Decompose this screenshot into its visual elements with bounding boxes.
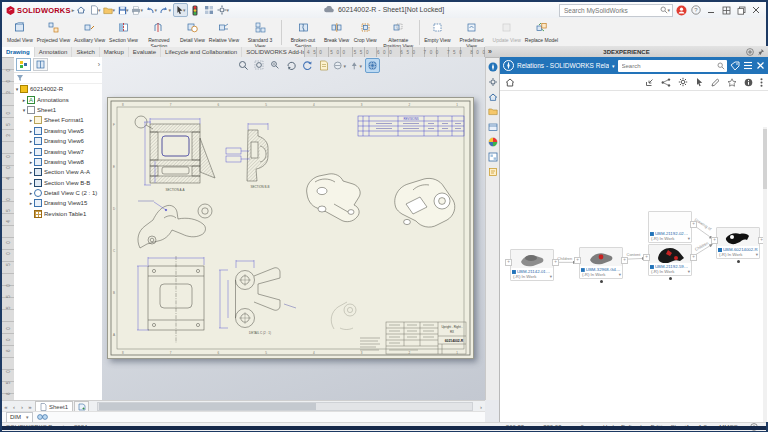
relation-node-5-current[interactable]: ++ UBM-60214002-R (-R) In Work▾ <box>716 227 760 259</box>
view-front[interactable] <box>148 256 204 343</box>
custom-properties-icon[interactable] <box>487 166 498 177</box>
menu-icon[interactable] <box>743 61 753 70</box>
dims-front[interactable] <box>137 257 204 330</box>
help-button[interactable]: ? <box>690 5 702 16</box>
node-port-icon[interactable]: + <box>505 259 512 266</box>
model-view-button[interactable]: Model View <box>5 18 35 47</box>
filter-funnel-icon[interactable] <box>16 74 24 82</box>
mysolidworks-search[interactable]: ▾ <box>559 4 673 17</box>
view-section-a-a[interactable] <box>135 116 215 183</box>
removed-section-button[interactable]: Removed Section <box>140 18 178 47</box>
solidworks-resources-icon[interactable] <box>487 91 498 102</box>
node-port-icon[interactable]: + <box>621 257 628 264</box>
node-port-icon[interactable]: + <box>690 254 697 261</box>
app-selector-caret-icon[interactable]: ▾ <box>612 63 615 69</box>
replace-model-button[interactable]: Replace Model <box>523 18 560 47</box>
scroll-right-button[interactable]: › <box>477 404 485 410</box>
tree-item-document-root[interactable]: ▾60214002-R <box>14 84 102 94</box>
display-pane-tab[interactable] <box>33 58 48 71</box>
node-port-icon[interactable]: + <box>552 259 559 266</box>
standard-3-view-button[interactable]: Standard 3 View <box>241 18 279 47</box>
open-button[interactable]: ▾ <box>103 4 116 16</box>
select-tool-button[interactable]: ▾ <box>173 3 188 17</box>
tab-evaluate[interactable]: Evaluate <box>129 47 161 57</box>
relation-node-3[interactable]: ++ UBM-21192-59185 (-R) In Work▾ <box>648 244 692 276</box>
rotate-view-icon[interactable] <box>285 59 298 72</box>
zoom-to-fit-icon[interactable] <box>237 59 250 72</box>
new-document-button[interactable]: ▾ <box>89 4 102 16</box>
view-palette-icon[interactable] <box>487 151 498 162</box>
more-options-icon[interactable] <box>760 78 763 87</box>
view-isometric-2[interactable] <box>395 178 455 227</box>
tree-item-section-view-a-a[interactable]: ▸Section View A-A <box>14 167 102 177</box>
tab-drawing[interactable]: Drawing <box>2 47 35 57</box>
search-scope-caret-icon[interactable]: ▾ <box>667 7 670 13</box>
expand-node-icon[interactable]: ▾ <box>688 269 690 274</box>
edit-pencil-icon[interactable] <box>711 78 720 87</box>
dims-detail-c[interactable] <box>219 260 296 328</box>
tree-item-section-view-b-b[interactable]: ▸Section View B-B <box>14 178 102 188</box>
minimize-button[interactable] <box>705 5 717 16</box>
node-port-icon[interactable]: + <box>690 221 697 228</box>
panel-scrollbar[interactable] <box>763 127 767 422</box>
tree-item-drawing-view15[interactable]: ▸Drawing View15 <box>14 198 102 208</box>
add-panel-icon[interactable] <box>746 48 754 56</box>
sheet-properties-icon[interactable] <box>317 59 330 72</box>
relation-node-2[interactable]: ++ UBM-32968-G4174 (-R) In Work▾ <box>579 247 623 279</box>
display-settings-button[interactable] <box>203 4 216 16</box>
options-button[interactable]: ▾ <box>217 4 230 16</box>
search-icon[interactable] <box>717 62 725 70</box>
design-library-icon[interactable] <box>487 106 498 117</box>
first-sheet-button[interactable]: « <box>2 404 10 410</box>
close-button[interactable] <box>750 5 762 16</box>
tree-item-drawing-view7[interactable]: ▸Drawing View7 <box>14 146 102 156</box>
relation-node-1[interactable]: ++ UBM-21142-01605 (-R) In Work▾ <box>510 249 554 281</box>
rebuild-button[interactable] <box>189 4 202 16</box>
tree-item-sheet1[interactable]: ▾Sheet1 <box>14 105 102 115</box>
node-port-icon[interactable]: + <box>711 237 718 244</box>
home-icon[interactable] <box>505 78 515 87</box>
node-port-icon[interactable]: + <box>643 254 650 261</box>
tree-item-annotations[interactable]: ▸AAnnotations <box>14 94 102 104</box>
break-view-button[interactable]: Break View <box>322 18 351 47</box>
scrollbar-thumb[interactable] <box>99 403 316 410</box>
pin-panel-icon[interactable] <box>757 48 765 56</box>
horizontal-scrollbar[interactable] <box>97 402 473 411</box>
tab-lifecycle-and-collaboration[interactable]: Lifecycle and Collaboration <box>161 47 242 57</box>
zoom-to-area-icon[interactable] <box>253 59 266 72</box>
file-explorer-icon[interactable] <box>487 121 498 132</box>
detail-view-button[interactable]: Detail View <box>178 18 207 47</box>
home-button[interactable] <box>75 4 88 16</box>
next-sheet-button[interactable]: › <box>18 404 26 410</box>
3d-drawing-view-icon[interactable] <box>365 58 380 73</box>
mysolidworks-search-input[interactable] <box>562 6 660 15</box>
broken-out-section-button[interactable]: Broken-out Section <box>284 18 322 47</box>
predefined-view-button[interactable]: Predefined View <box>453 18 491 47</box>
drawing-sheet[interactable]: 8 7 6 5 4 3 2 1 8 7 6 5 4 3 2 1 F E D C … <box>107 97 474 359</box>
tree-item-drawing-view5[interactable]: ▸Drawing View5 <box>14 126 102 136</box>
expand-node-icon[interactable]: ▾ <box>619 272 621 277</box>
expand-node-icon[interactable]: ▾ <box>756 252 758 257</box>
settings-gear-icon[interactable] <box>487 76 498 87</box>
undo-button[interactable]: ▾ <box>145 4 158 16</box>
section-view-button[interactable]: Section View <box>107 18 140 47</box>
tree-item-sheet-format1[interactable]: ▸Sheet Format1 <box>14 115 102 125</box>
tree-item-drawing-view6[interactable]: ▸Drawing View6 <box>14 136 102 146</box>
relations-graph-canvas[interactable]: Children Content Drawing of Children ++ … <box>500 91 768 422</box>
annotation-view-combo[interactable]: DIM ▾ <box>6 412 33 423</box>
redraw-icon[interactable] <box>301 59 314 72</box>
projected-view-button[interactable]: Projected View <box>35 18 72 47</box>
tag-icon[interactable] <box>730 61 740 71</box>
view-isometric-1[interactable] <box>307 174 361 222</box>
share-icon[interactable] <box>661 78 671 87</box>
graphics-area[interactable]: 8 7 6 5 4 3 2 1 8 7 6 5 4 3 2 1 F E D C … <box>102 57 485 400</box>
tab-sketch[interactable]: Sketch <box>72 47 99 57</box>
print-button[interactable]: ▾ <box>131 4 144 16</box>
view-profile[interactable] <box>138 204 212 248</box>
restore-button[interactable] <box>720 5 732 16</box>
flyout-expand-icon[interactable]: › <box>98 61 100 68</box>
relation-node-4[interactable]: + UBM-21192-02358 (-R) In Work▾ <box>648 211 692 243</box>
last-sheet-button[interactable]: » <box>26 404 34 410</box>
user-account-icon[interactable] <box>676 5 687 16</box>
auxiliary-view-button[interactable]: Auxiliary View <box>72 18 107 47</box>
